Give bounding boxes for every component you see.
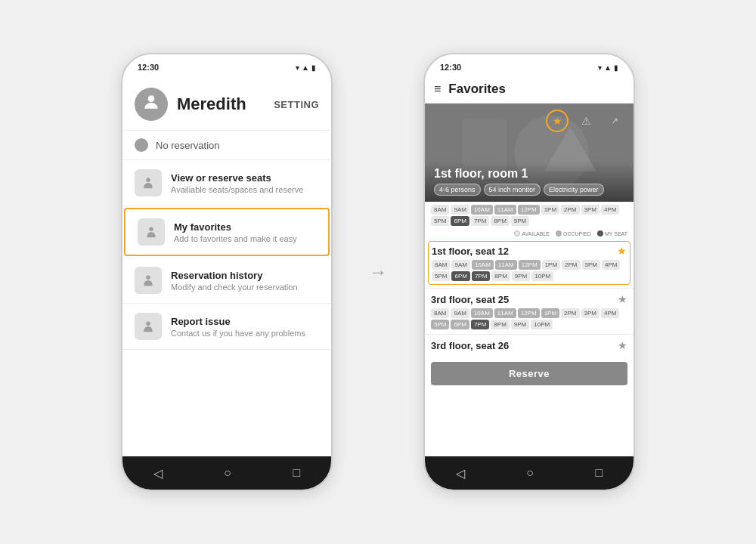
time-slot[interactable]: 3PM bbox=[581, 308, 600, 318]
menu-item-view-seats[interactable]: View or reserve seats Availiable seats/s… bbox=[122, 160, 331, 206]
share-button[interactable]: ↗ bbox=[603, 110, 626, 132]
time-slot[interactable]: 12PM bbox=[519, 260, 541, 270]
seat-row-3[interactable]: 3rd floor, seat 26 ★ bbox=[425, 334, 634, 359]
no-reservation-icon bbox=[135, 138, 148, 152]
legend-available: AVAILABLE bbox=[514, 230, 550, 236]
time-slot[interactable]: 3PM bbox=[582, 260, 600, 270]
seat-row-2[interactable]: 3rd floor, seat 25 ★ 8AM 9AM 10AM 11AM 1… bbox=[425, 288, 634, 334]
reserve-button[interactable]: Reserve bbox=[431, 362, 627, 385]
time-slot[interactable]: 10PM bbox=[531, 271, 553, 281]
wifi-icon: ▾ bbox=[296, 63, 299, 72]
seat-2-star[interactable]: ★ bbox=[618, 293, 627, 305]
room-name: 1st floor, room 1 bbox=[434, 167, 624, 181]
svg-point-1 bbox=[146, 178, 150, 183]
seat-3-star[interactable]: ★ bbox=[618, 339, 627, 351]
time-slot[interactable]: 9AM bbox=[451, 308, 469, 318]
time-slot[interactable]: 7PM bbox=[471, 320, 489, 329]
time-slot[interactable]: 7PM bbox=[471, 216, 489, 226]
back-nav-icon[interactable]: ◁ bbox=[153, 466, 163, 481]
menu-item-view-seats-text: View or reserve seats Availiable seats/s… bbox=[171, 172, 303, 194]
avatar bbox=[135, 88, 168, 121]
time-slot[interactable]: 8AM bbox=[431, 205, 449, 215]
time-slot[interactable]: 6PM bbox=[451, 216, 469, 226]
legend-occupied: OCCUPIED bbox=[556, 230, 591, 236]
view-seats-title: View or reserve seats bbox=[171, 172, 303, 184]
battery-icon: ▮ bbox=[311, 63, 316, 72]
legend-my-seat-label: MY SEAT bbox=[605, 231, 627, 236]
time-slot[interactable]: 11AM bbox=[494, 205, 516, 215]
time-slot[interactable]: 2PM bbox=[561, 205, 579, 215]
time-slot[interactable]: 4PM bbox=[601, 205, 619, 215]
hamburger-icon[interactable]: ≡ bbox=[434, 82, 441, 96]
time-slot[interactable]: 11AM bbox=[495, 260, 517, 270]
time-slot[interactable]: 10AM bbox=[471, 205, 493, 215]
time-slot[interactable]: 11AM bbox=[494, 308, 516, 318]
home-nav-icon[interactable]: ○ bbox=[224, 466, 231, 480]
recent-nav-icon[interactable]: □ bbox=[293, 466, 301, 480]
signal-icon: ▲ bbox=[302, 63, 309, 72]
time-slot[interactable]: 9PM bbox=[512, 271, 530, 281]
legend-available-dot bbox=[514, 230, 520, 236]
time-slot[interactable]: 10AM bbox=[471, 308, 493, 318]
time-slot[interactable]: 8AM bbox=[432, 260, 450, 270]
alert-button[interactable]: ⚠ bbox=[575, 110, 597, 132]
time-slot[interactable]: 4PM bbox=[602, 260, 620, 270]
time-slot[interactable]: 5PM bbox=[431, 216, 449, 226]
right-status-bar: 12:30 ▾ ▲ ▮ bbox=[425, 54, 634, 76]
menu-item-favorites[interactable]: My favorites Add to favorites and make i… bbox=[124, 208, 330, 256]
time-slot[interactable]: 1PM bbox=[542, 260, 560, 270]
time-slot[interactable]: 5PM bbox=[432, 271, 450, 281]
room-overlay: 1st floor, room 1 4-6 persons 54 inch mo… bbox=[425, 161, 634, 202]
right-bottom-nav: ◁ ○ □ bbox=[425, 456, 634, 490]
history-title: Reservation history bbox=[171, 270, 298, 281]
time-slot[interactable]: 9PM bbox=[511, 216, 529, 226]
battery-icon-right: ▮ bbox=[614, 63, 618, 72]
time-slot[interactable]: 7PM bbox=[472, 271, 490, 281]
time-slot[interactable]: 6PM bbox=[451, 320, 469, 329]
time-slot[interactable]: 4PM bbox=[601, 308, 619, 318]
favorites-content[interactable]: ★ ⚠ ↗ 1st floor, room 1 4-6 persons 54 i… bbox=[425, 104, 634, 456]
time-slot[interactable]: 5PM bbox=[431, 320, 449, 329]
seat-1-star[interactable]: ★ bbox=[617, 245, 627, 257]
time-slot[interactable]: 1PM bbox=[541, 205, 559, 215]
menu-item-history[interactable]: Reservation history Modify and check you… bbox=[122, 258, 331, 304]
time-slot[interactable]: 8AM bbox=[431, 308, 449, 318]
main-container: 12:30 ▾ ▲ ▮ Meredith SETTING bbox=[0, 0, 756, 544]
back-nav-icon-right[interactable]: ◁ bbox=[456, 466, 465, 481]
recent-nav-icon-right[interactable]: □ bbox=[596, 466, 603, 480]
room-image: ★ ⚠ ↗ 1st floor, room 1 4-6 persons 54 i… bbox=[425, 104, 634, 202]
time-slot[interactable]: 12PM bbox=[518, 205, 540, 215]
legend-my-seat: MY SEAT bbox=[597, 230, 627, 236]
room-actions: ★ ⚠ ↗ bbox=[546, 110, 626, 132]
time-slot[interactable]: 10PM bbox=[531, 320, 553, 329]
time-slot[interactable]: 9AM bbox=[451, 260, 469, 270]
time-slot[interactable]: 8PM bbox=[491, 320, 509, 329]
left-status-bar: 12:30 ▾ ▲ ▮ bbox=[122, 54, 331, 76]
time-slot[interactable]: 1PM bbox=[541, 308, 559, 318]
navigation-arrow: → bbox=[369, 261, 387, 283]
legend-occupied-label: OCCUPIED bbox=[563, 231, 591, 236]
favorite-star-button[interactable]: ★ bbox=[546, 110, 569, 132]
seat-2-header: 3rd floor, seat 25 ★ bbox=[431, 293, 627, 305]
home-nav-icon-right[interactable]: ○ bbox=[526, 466, 534, 480]
time-slot[interactable]: 8PM bbox=[491, 271, 510, 281]
profile-header: Meredith SETTING bbox=[122, 76, 331, 131]
menu-item-report[interactable]: Report issue Contact us if you have any … bbox=[122, 304, 331, 350]
time-slot[interactable]: 8PM bbox=[491, 216, 509, 226]
time-slot[interactable]: 6PM bbox=[451, 271, 469, 281]
time-slot[interactable]: 9PM bbox=[511, 320, 529, 329]
setting-button[interactable]: SETTING bbox=[274, 99, 319, 110]
time-slot[interactable]: 10AM bbox=[472, 260, 494, 270]
favorites-title: My favorites bbox=[174, 221, 297, 233]
time-slot[interactable]: 9AM bbox=[451, 205, 469, 215]
seat-row-1[interactable]: 1st floor, seat 12 ★ 8AM 9AM 10AM 11AM 1… bbox=[428, 241, 631, 285]
menu-item-report-text: Report issue Contact us if you have any … bbox=[171, 316, 305, 338]
left-status-icons: ▾ ▲ ▮ bbox=[296, 63, 316, 72]
left-time: 12:30 bbox=[138, 63, 159, 72]
time-slot[interactable]: 2PM bbox=[561, 308, 579, 318]
time-slot[interactable]: 3PM bbox=[581, 205, 600, 215]
svg-point-4 bbox=[146, 322, 150, 326]
time-slot[interactable]: 2PM bbox=[562, 260, 580, 270]
time-slot[interactable]: 12PM bbox=[518, 308, 540, 318]
menu-item-favorites-text: My favorites Add to favorites and make i… bbox=[174, 221, 297, 243]
